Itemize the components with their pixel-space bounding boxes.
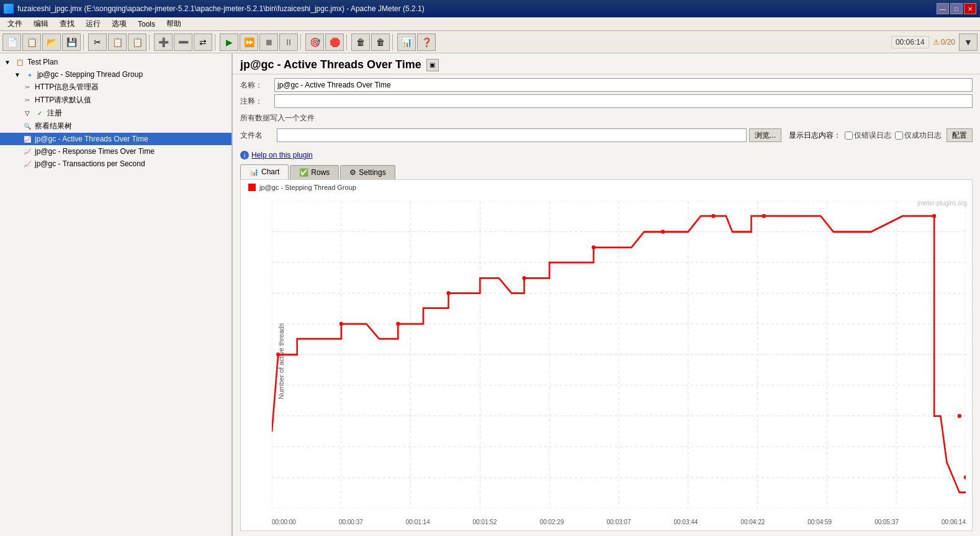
data-point (591, 246, 595, 250)
stop-btn[interactable]: ⏹ (259, 34, 278, 51)
maximize-button[interactable]: □ (950, 3, 963, 14)
template-btn[interactable]: 📋 (22, 34, 41, 51)
stepping-thread-label: jp@gc - Stepping Thread Group (37, 70, 143, 79)
save-btn[interactable]: 💾 (62, 34, 81, 51)
list-btn[interactable]: 📊 (397, 34, 416, 51)
minimize-button[interactable]: — (937, 3, 949, 14)
sidebar-item-http-default[interactable]: ✂ HTTP请求默认值 (0, 94, 232, 107)
tab-settings[interactable]: ⚙ Settings (340, 165, 395, 179)
sidebar-item-result-tree[interactable]: 🔍 察看结果树 (0, 120, 232, 133)
title-area: fuzaiceshi_jpgc.jmx (E:\songqing\apache-… (4, 4, 937, 14)
rows-tab-icon: ✅ (299, 168, 308, 177)
name-input[interactable] (274, 78, 973, 92)
active-threads-label: jp@gc - Active Threads Over Time (35, 135, 148, 143)
register-icon: ▽ (22, 109, 32, 118)
sidebar: ▼ 📋 Test Plan ▼ ● jp@gc - Stepping Threa… (0, 53, 233, 536)
success-log-checkbox[interactable] (895, 132, 903, 140)
menubar: 文件 编辑 查找 运行 选项 Tools 帮助 (0, 17, 980, 31)
sidebar-item-http-header[interactable]: ✂ HTTP信息头管理器 (0, 81, 232, 94)
chart-legend: jp@gc - Stepping Thread Group (241, 180, 972, 195)
http-header-label: HTTP信息头管理器 (35, 82, 99, 92)
toggle-btn[interactable]: ⇄ (194, 34, 212, 51)
filename-input[interactable] (277, 128, 747, 142)
clear-btn[interactable]: 🗑 (351, 34, 370, 51)
data-point (932, 214, 936, 218)
x-label-5: 00:03:07 (607, 519, 631, 525)
comment-input[interactable] (274, 94, 973, 108)
sidebar-item-transactions[interactable]: 📈 jp@gc - Transactions per Second (0, 158, 232, 170)
collapse-btn[interactable]: ➖ (174, 34, 192, 51)
chart-container: jmeter-plugins.org Number of active thre… (241, 195, 972, 527)
x-label-3: 00:01:52 (473, 519, 497, 525)
chart-tab-label: Chart (261, 168, 279, 176)
menu-options[interactable]: 选项 (107, 17, 132, 30)
form-area: 名称： 注释： 所有数据写入一个文件 文件名 浏览... 显示日志内容： 仅错误… (233, 74, 980, 148)
x-label-6: 00:03:44 (673, 519, 698, 525)
sep1 (83, 34, 86, 50)
name-label: 名称： (240, 80, 274, 91)
sep2 (149, 34, 151, 50)
data-point (276, 352, 280, 357)
data-point (396, 322, 400, 326)
copy-btn[interactable]: 📋 (108, 34, 127, 51)
open-btn[interactable]: 📂 (42, 34, 61, 51)
response-times-icon: 📈 (22, 146, 32, 156)
browse-button[interactable]: 浏览... (749, 128, 781, 142)
http-default-icon: ✂ (22, 96, 32, 105)
transactions-label: jp@gc - Transactions per Second (35, 159, 145, 168)
content-header: jp@gc - Active Threads Over Time ▣ (233, 53, 980, 74)
help-icon: i (240, 151, 249, 159)
menu-btn[interactable]: ▼ (959, 34, 978, 51)
warning-icon: ⚠ (933, 38, 940, 47)
filename-label: 文件名 (240, 130, 274, 141)
error-log-checkbox[interactable] (845, 132, 853, 140)
paste-btn[interactable]: 📋 (128, 34, 146, 51)
config-button[interactable]: 配置 (946, 128, 973, 142)
expand-btn[interactable]: ➕ (154, 34, 173, 51)
menu-edit[interactable]: 编辑 (29, 17, 53, 30)
window-controls: — □ ✕ (937, 3, 976, 14)
menu-run[interactable]: 运行 (81, 17, 106, 30)
run-btn[interactable]: ▶ (220, 34, 238, 51)
log-controls: 显示日志内容： 仅错误日志 仅成功日志 (789, 130, 942, 141)
shutdown-btn[interactable]: ⏸ (279, 34, 298, 51)
sep5 (346, 34, 349, 50)
sep3 (215, 34, 217, 50)
main-area: ▼ 📋 Test Plan ▼ ● jp@gc - Stepping Threa… (0, 53, 980, 536)
menu-tools[interactable]: Tools (133, 19, 160, 30)
help-link[interactable]: Help on this plugin (251, 151, 313, 159)
menu-search[interactable]: 查找 (55, 17, 79, 30)
content-area: jp@gc - Active Threads Over Time ▣ 名称： 注… (233, 53, 980, 536)
close-button[interactable]: ✕ (964, 3, 976, 14)
menu-file[interactable]: 文件 (2, 17, 27, 30)
x-axis-labels: 00:00:00 00:00:37 00:01:14 00:01:52 00:0… (272, 519, 966, 525)
menu-help[interactable]: 帮助 (161, 17, 186, 30)
success-log-label[interactable]: 仅成功日志 (895, 130, 942, 141)
tab-chart[interactable]: 📊 Chart (240, 164, 289, 179)
log-label: 显示日志内容： (789, 130, 841, 141)
http-default-label: HTTP请求默认值 (35, 95, 91, 105)
help-btn[interactable]: ❓ (417, 34, 436, 51)
cut-btn[interactable]: ✂ (88, 34, 107, 51)
rows-tab-label: Rows (311, 168, 330, 177)
file-row: 文件名 浏览... 显示日志内容： 仅错误日志 仅成功日志 配置 (240, 128, 973, 142)
sidebar-item-test-plan[interactable]: ▼ 📋 Test Plan (0, 56, 232, 68)
clear-all-btn[interactable]: 🗑 (371, 34, 390, 51)
sidebar-item-register[interactable]: ▽ ✓ 注册 (0, 107, 232, 120)
expand-content-btn[interactable]: ▣ (426, 59, 439, 71)
data-point (522, 276, 526, 280)
run-no-pause-btn[interactable]: ⏩ (240, 34, 258, 51)
x-label-7: 00:04:22 (740, 519, 765, 525)
remote-stop-btn[interactable]: 🛑 (325, 34, 344, 51)
new-btn[interactable]: 📄 (2, 34, 21, 51)
sidebar-item-stepping-thread[interactable]: ▼ ● jp@gc - Stepping Thread Group (0, 68, 232, 81)
tab-rows[interactable]: ✅ Rows (290, 165, 339, 179)
error-log-label[interactable]: 仅错误日志 (845, 130, 891, 141)
chart-svg: 0 2 4 6 8 10 12 14 16 18 20 (272, 201, 966, 508)
data-point (711, 214, 715, 218)
sidebar-item-response-times[interactable]: 📈 jp@gc - Response Times Over Time (0, 145, 232, 158)
comment-label: 注释： (240, 96, 274, 107)
remote-start-btn[interactable]: 🎯 (305, 34, 324, 51)
name-row: 名称： (240, 78, 973, 92)
sidebar-item-active-threads[interactable]: 📈 jp@gc - Active Threads Over Time (0, 133, 232, 145)
